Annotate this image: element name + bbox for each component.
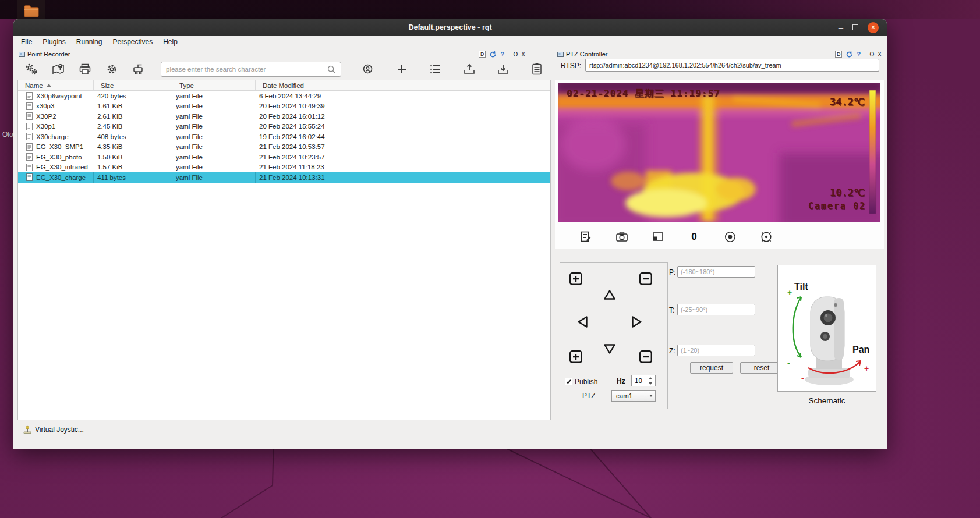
dock-help-button[interactable]: ? xyxy=(500,51,504,58)
rtsp-label: RTSP: xyxy=(561,62,581,70)
minimized-dock-virtual-joystick[interactable]: Virtual Joystic... xyxy=(35,425,84,434)
yaml-file-icon xyxy=(26,112,33,120)
file-row[interactable]: X30P2 2.61 KiB yaml File 20 Feb 2024 16:… xyxy=(18,111,550,122)
dock-reload-icon[interactable] xyxy=(489,51,497,58)
dock-help-button[interactable]: ? xyxy=(857,51,861,58)
minimize-button[interactable]: – xyxy=(839,24,843,30)
pan-right-button[interactable] xyxy=(628,313,645,331)
menu-running[interactable]: Running xyxy=(71,37,108,47)
plugin-icon xyxy=(557,51,564,58)
file-row[interactable]: EG_X30_infrared 1.57 KiB yaml File 21 Fe… xyxy=(18,162,550,173)
menu-file[interactable]: File xyxy=(16,37,37,47)
pan-left-button[interactable] xyxy=(574,313,592,331)
locate-contact-button[interactable] xyxy=(361,62,375,76)
zoom-out-button[interactable] xyxy=(637,270,654,288)
waypoint-map-button[interactable] xyxy=(51,62,65,76)
snapshot-camera-button[interactable] xyxy=(614,229,629,244)
print-button[interactable] xyxy=(78,62,92,76)
window-title: Default.perspective - rqt xyxy=(408,23,491,31)
waypoint-file-table: Name Size Type Date Modified X30p6waypoi… xyxy=(17,80,551,420)
settings-gears-button[interactable] xyxy=(24,62,38,76)
file-row-selected[interactable]: EG_X30_charge 411 bytes yaml File 21 Feb… xyxy=(18,172,550,183)
check-icon xyxy=(565,378,572,385)
video-toolbar: 0 xyxy=(555,225,884,249)
zoom-input[interactable] xyxy=(677,345,755,356)
column-header-type[interactable]: Type xyxy=(172,80,256,90)
resize-view-button[interactable] xyxy=(650,229,666,244)
spin-down-icon[interactable] xyxy=(646,381,654,386)
schematic-caption: Schematic xyxy=(777,396,876,405)
focus-in-button[interactable] xyxy=(567,348,585,366)
camera-select[interactable]: cam1 xyxy=(611,390,656,402)
focus-out-button[interactable] xyxy=(637,348,654,366)
file-row[interactable]: X30p6waypoint 420 bytes yaml File 6 Feb … xyxy=(18,91,550,101)
column-header-size[interactable]: Size xyxy=(94,80,172,90)
tilt-down-button[interactable] xyxy=(601,340,618,357)
menu-perspectives[interactable]: Perspectives xyxy=(107,37,158,47)
window-titlebar[interactable]: Default.perspective - rqt – × xyxy=(13,19,887,36)
close-button[interactable]: × xyxy=(868,22,879,33)
tilt-field-label: T: xyxy=(669,306,674,314)
file-row[interactable]: X30p1 2.45 KiB yaml File 20 Feb 2024 15:… xyxy=(18,122,550,132)
dock-restore-button[interactable]: O xyxy=(514,51,518,58)
tilt-label: Tilt xyxy=(794,282,808,292)
zoom-in-button[interactable] xyxy=(567,270,585,288)
point-recorder-titlebar[interactable]: Point Recorder D ? - O X xyxy=(16,49,552,59)
ptz-controller-titlebar[interactable]: PTZ Controller D ? - O X xyxy=(555,49,884,59)
file-row[interactable]: x30p3 1.61 KiB yaml File 20 Feb 2024 10:… xyxy=(18,101,550,112)
video-card: 02-21-2024 星期三 11:19:57 34.2℃ 10.2℃ Came… xyxy=(555,80,884,249)
yaml-file-icon xyxy=(26,164,33,171)
column-header-modified[interactable]: Date Modified xyxy=(256,80,550,90)
hz-spinner xyxy=(631,375,656,386)
menu-plugins[interactable]: Plugins xyxy=(37,37,70,47)
dock-close-button[interactable]: X xyxy=(878,51,882,58)
pan-input[interactable] xyxy=(677,266,755,278)
auto-scan-button[interactable] xyxy=(759,229,774,244)
gear-button[interactable] xyxy=(105,62,119,76)
zoom-field-label: Z: xyxy=(669,347,675,355)
folder-icon xyxy=(23,3,40,19)
dock-close-button[interactable]: X xyxy=(521,51,525,58)
dock-minimize-button[interactable]: - xyxy=(508,51,510,58)
record-button[interactable] xyxy=(723,229,738,244)
column-header-name[interactable]: Name xyxy=(18,80,94,90)
export-upload-button[interactable] xyxy=(462,62,476,76)
tilt-input[interactable] xyxy=(677,304,755,315)
yaml-file-icon xyxy=(26,133,33,140)
tilt-minus-mark: - xyxy=(787,358,790,367)
add-button[interactable] xyxy=(395,62,409,76)
publish-checkbox[interactable] xyxy=(565,378,572,385)
spin-up-icon[interactable] xyxy=(646,375,654,381)
table-header: Name Size Type Date Modified xyxy=(18,80,550,91)
checklist-button[interactable] xyxy=(530,62,544,76)
yaml-file-icon xyxy=(26,123,33,130)
file-row[interactable]: X30charge 408 bytes yaml File 19 Feb 202… xyxy=(18,132,550,142)
maximize-button[interactable] xyxy=(852,24,858,30)
dock-detach-button[interactable]: D xyxy=(835,51,843,58)
menu-help[interactable]: Help xyxy=(158,37,183,47)
dock-reload-icon[interactable] xyxy=(845,51,853,58)
yaml-file-icon xyxy=(26,143,33,151)
file-row[interactable]: EG_X30_SMP1 4.35 KiB yaml File 21 Feb 20… xyxy=(18,142,550,152)
robot-button[interactable] xyxy=(132,62,146,76)
list-view-button[interactable] xyxy=(429,62,443,76)
rtsp-url-input[interactable] xyxy=(585,59,879,72)
publish-label: Publish xyxy=(575,378,597,386)
tilt-plus-mark: + xyxy=(787,288,792,297)
desktop-top-strip xyxy=(0,0,980,19)
tilt-up-button[interactable] xyxy=(601,286,618,304)
pan-minus-mark: - xyxy=(801,373,804,382)
import-download-button[interactable] xyxy=(496,62,510,76)
ptz-control-group: Publish Hz PTZ cam1 xyxy=(560,262,668,409)
dock-minimize-button[interactable]: - xyxy=(864,51,866,58)
hz-input[interactable] xyxy=(632,375,646,386)
point-recorder-toolbar xyxy=(16,59,552,80)
dock-detach-button[interactable]: D xyxy=(479,51,486,58)
dock-restore-button[interactable]: O xyxy=(870,51,875,58)
background-app-icon[interactable] xyxy=(17,0,45,22)
search-input[interactable] xyxy=(166,66,327,73)
request-button[interactable]: request xyxy=(690,362,733,374)
note-edit-button[interactable] xyxy=(578,229,593,244)
reset-button[interactable]: reset xyxy=(740,362,783,374)
file-row[interactable]: EG_X30_photo 1.50 KiB yaml File 21 Feb 2… xyxy=(18,152,550,162)
